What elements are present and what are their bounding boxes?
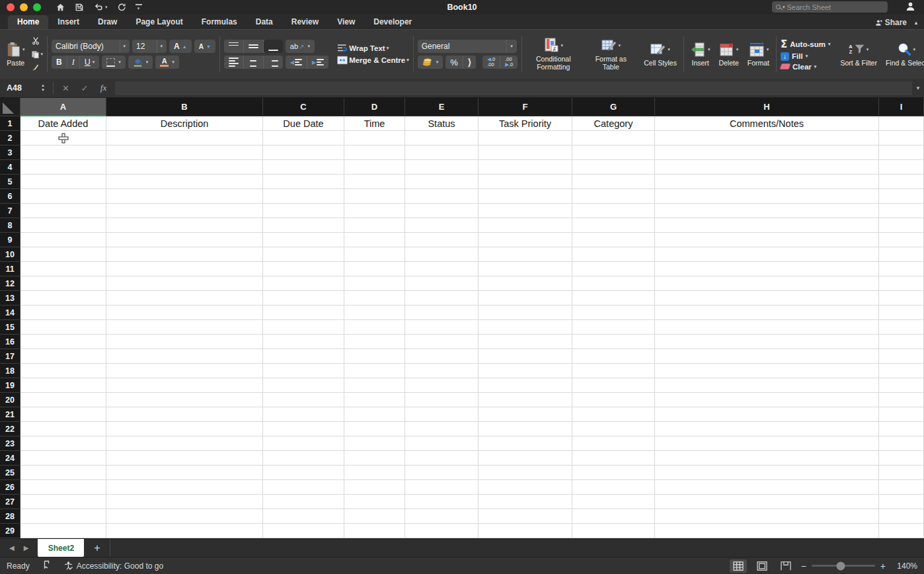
cell-G16[interactable] <box>572 335 655 349</box>
cell-G5[interactable] <box>572 175 655 189</box>
insert-cells-arrow-icon[interactable]: ▾ <box>708 47 711 52</box>
align-center-button[interactable] <box>244 56 264 69</box>
cell-F28[interactable] <box>479 509 572 524</box>
cell-F18[interactable] <box>479 364 572 378</box>
row-header-5[interactable]: 5 <box>0 175 20 189</box>
underline-arrow-icon[interactable]: ▾ <box>93 60 95 65</box>
cell-styles-arrow-icon[interactable]: ▾ <box>668 47 670 52</box>
decrease-font-size-button[interactable]: A▼ <box>194 40 215 53</box>
cell-A29[interactable] <box>20 524 106 538</box>
cell-G11[interactable] <box>572 262 655 276</box>
cell-E1[interactable]: Status <box>405 116 479 131</box>
cell-D9[interactable] <box>344 233 405 247</box>
zoom-out-button[interactable]: − <box>801 561 806 571</box>
row-header-13[interactable]: 13 <box>0 291 20 306</box>
row-header-19[interactable]: 19 <box>0 378 20 393</box>
cell-A21[interactable] <box>20 407 106 422</box>
tab-formulas[interactable]: Formulas <box>192 15 247 29</box>
cell-B24[interactable] <box>106 451 263 466</box>
cell-H14[interactable] <box>655 306 879 320</box>
column-header-D[interactable]: D <box>344 98 405 116</box>
cell-G19[interactable] <box>572 378 655 393</box>
conditional-formatting-arrow-icon[interactable]: ▾ <box>561 43 564 48</box>
wrap-text-button[interactable]: Wrap Text ▾ <box>337 44 409 53</box>
cell-F26[interactable] <box>479 480 572 495</box>
row-header-15[interactable]: 15 <box>0 320 20 335</box>
borders-arrow-icon[interactable]: ▾ <box>118 60 121 65</box>
cell-B14[interactable] <box>106 306 263 320</box>
cell-D14[interactable] <box>344 306 405 320</box>
cell-A20[interactable] <box>20 393 106 407</box>
conditional-formatting-button[interactable]: ≠ ▾ Conditional Formatting <box>526 36 580 72</box>
cell-E22[interactable] <box>405 422 479 436</box>
cell-F16[interactable] <box>479 335 572 349</box>
tab-review[interactable]: Review <box>282 15 328 29</box>
cell-G17[interactable] <box>572 349 655 364</box>
cell-E29[interactable] <box>405 524 479 538</box>
cell-D17[interactable] <box>344 349 405 364</box>
cell-D10[interactable] <box>344 247 405 262</box>
cell-H17[interactable] <box>655 349 879 364</box>
cell-F2[interactable] <box>479 131 572 145</box>
cell-C7[interactable] <box>263 204 344 218</box>
cell-D26[interactable] <box>344 480 405 495</box>
collapse-ribbon-icon[interactable]: ▴ <box>915 20 917 26</box>
cell-C14[interactable] <box>263 306 344 320</box>
cell-G21[interactable] <box>572 407 655 422</box>
cell-F5[interactable] <box>479 175 572 189</box>
cell-E10[interactable] <box>405 247 479 262</box>
cell-I29[interactable] <box>879 524 924 538</box>
cell-C3[interactable] <box>263 145 344 160</box>
cell-C20[interactable] <box>263 393 344 407</box>
bold-button[interactable]: B <box>52 56 67 69</box>
cell-G6[interactable] <box>572 189 655 204</box>
cell-C15[interactable] <box>263 320 344 335</box>
cell-A12[interactable] <box>20 276 106 291</box>
cell-I28[interactable] <box>879 509 924 524</box>
cell-C22[interactable] <box>263 422 344 436</box>
cell-F24[interactable] <box>479 451 572 466</box>
cell-E13[interactable] <box>405 291 479 306</box>
cell-A1[interactable]: Date Added <box>20 116 106 131</box>
cell-B13[interactable] <box>106 291 263 306</box>
cell-G26[interactable] <box>572 480 655 495</box>
cell-E25[interactable] <box>405 466 479 480</box>
cell-H3[interactable] <box>655 145 879 160</box>
cell-H10[interactable] <box>655 247 879 262</box>
row-header-27[interactable]: 27 <box>0 495 20 509</box>
cell-I4[interactable] <box>879 160 924 175</box>
cell-A8[interactable] <box>20 218 106 233</box>
cell-E15[interactable] <box>405 320 479 335</box>
row-header-3[interactable]: 3 <box>0 145 20 160</box>
cell-F9[interactable] <box>479 233 572 247</box>
cell-H26[interactable] <box>655 480 879 495</box>
cell-A13[interactable] <box>20 291 106 306</box>
cell-E9[interactable] <box>405 233 479 247</box>
cell-B1[interactable]: Description <box>106 116 263 131</box>
cell-H25[interactable] <box>655 466 879 480</box>
zoom-level[interactable]: 140% <box>892 561 917 571</box>
cell-E24[interactable] <box>405 451 479 466</box>
cell-E26[interactable] <box>405 480 479 495</box>
formula-bar-expand-icon[interactable]: ▼ <box>912 85 924 91</box>
cell-A15[interactable] <box>20 320 106 335</box>
cell-D7[interactable] <box>344 204 405 218</box>
cell-A23[interactable] <box>20 436 106 451</box>
cell-D11[interactable] <box>344 262 405 276</box>
cell-D12[interactable] <box>344 276 405 291</box>
cell-H19[interactable] <box>655 378 879 393</box>
cell-H1[interactable]: Comments/Notes <box>655 116 879 131</box>
cell-D22[interactable] <box>344 422 405 436</box>
row-header-24[interactable]: 24 <box>0 451 20 466</box>
cell-C19[interactable] <box>263 378 344 393</box>
cell-A4[interactable] <box>20 160 106 175</box>
search-input[interactable] <box>787 3 884 11</box>
cell-A27[interactable] <box>20 495 106 509</box>
clear-button[interactable]: Clear ▾ <box>781 63 816 71</box>
copy-button[interactable]: ▾ <box>31 50 44 59</box>
cell-B10[interactable] <box>106 247 263 262</box>
add-sheet-button[interactable]: + <box>84 539 110 557</box>
cell-I3[interactable] <box>879 145 924 160</box>
align-bottom-button[interactable] <box>264 40 283 53</box>
copy-dropdown-arrow-icon[interactable]: ▾ <box>41 52 44 57</box>
